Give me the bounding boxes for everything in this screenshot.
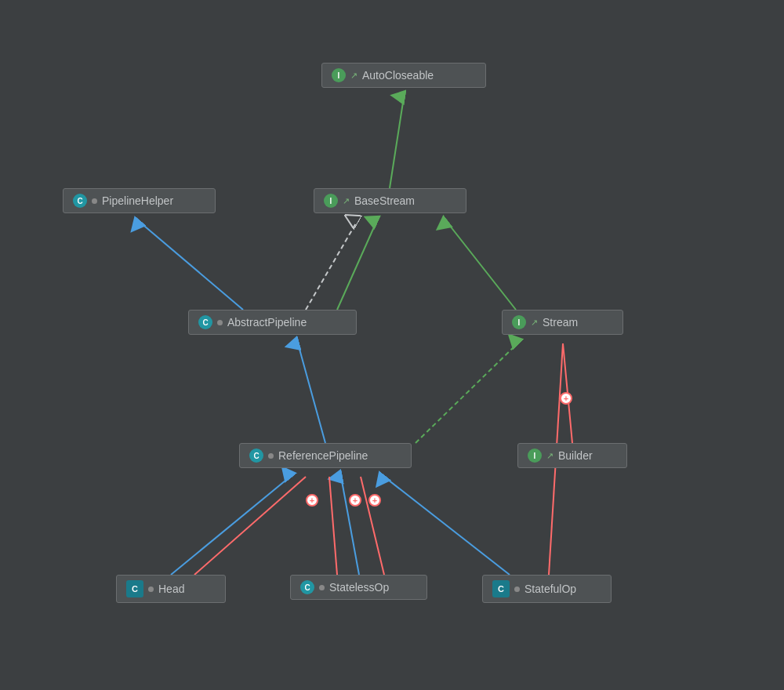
label-statefulop: StatefulOp xyxy=(524,583,576,595)
label-builder: Builder xyxy=(558,449,593,462)
svg-line-11 xyxy=(171,477,290,575)
badge-basestream: I xyxy=(324,194,338,208)
label-abstractpipeline: AbstractPipeline xyxy=(227,316,307,329)
dot-statefulop xyxy=(514,586,520,592)
node-stream[interactable]: I ↗ Stream xyxy=(502,310,623,335)
dot-referencepipeline xyxy=(268,453,274,459)
svg-line-6 xyxy=(337,222,376,310)
label-basestream: BaseStream xyxy=(354,194,415,207)
badge-statefulop: C xyxy=(492,580,510,597)
node-builder[interactable]: I ↗ Builder xyxy=(517,443,627,468)
node-referencepipeline[interactable]: C ReferencePipeline xyxy=(239,443,412,468)
node-autocloseable[interactable]: I ↗ AutoCloseable xyxy=(321,63,486,88)
icon-link-builder: ↗ xyxy=(546,451,554,461)
svg-line-13 xyxy=(341,477,359,575)
plus-badge-3: + xyxy=(368,494,381,507)
dot-statelessop xyxy=(319,585,325,590)
dot-head xyxy=(148,586,154,592)
dot-pipelinehelper xyxy=(92,198,97,204)
svg-line-9 xyxy=(416,343,517,443)
badge-pipelinehelper: C xyxy=(73,194,87,208)
label-stream: Stream xyxy=(543,316,578,329)
label-head: Head xyxy=(158,583,184,595)
svg-line-5 xyxy=(306,222,357,310)
plus-badge-1: + xyxy=(306,494,318,507)
icon-link-stream: ↗ xyxy=(531,318,538,328)
badge-stream: I xyxy=(512,315,526,329)
plus-badge-stream: + xyxy=(560,392,572,405)
label-pipelinehelper: PipelineHelper xyxy=(102,194,173,207)
node-head[interactable]: C Head xyxy=(116,575,226,603)
svg-line-4 xyxy=(447,222,516,310)
node-statefulop[interactable]: C StatefulOp xyxy=(482,575,612,603)
svg-line-3 xyxy=(390,97,404,188)
badge-head: C xyxy=(126,580,143,597)
label-autocloseable: AutoCloseable xyxy=(362,69,434,82)
svg-line-8 xyxy=(298,343,325,443)
badge-autocloseable: I xyxy=(332,68,346,82)
node-statelessop[interactable]: C StatelessOp xyxy=(290,575,427,600)
icon-link-autocloseable: ↗ xyxy=(350,71,358,81)
node-abstractpipeline[interactable]: C AbstractPipeline xyxy=(188,310,357,335)
node-pipelinehelper[interactable]: C PipelineHelper xyxy=(63,188,216,213)
diagram-container: I ↗ AutoCloseable I ↗ BaseStream C Pipel… xyxy=(0,0,784,690)
svg-line-7 xyxy=(140,222,243,310)
dot-abstractpipeline xyxy=(217,320,223,325)
badge-statelessop: C xyxy=(300,580,314,594)
svg-line-12 xyxy=(194,477,306,575)
svg-line-15 xyxy=(361,477,384,575)
label-statelessop: StatelessOp xyxy=(329,581,389,594)
svg-line-16 xyxy=(384,477,510,575)
badge-abstractpipeline: C xyxy=(198,315,212,329)
badge-builder: I xyxy=(528,448,542,463)
svg-line-14 xyxy=(329,477,337,575)
label-referencepipeline: ReferencePipeline xyxy=(278,449,368,462)
badge-referencepipeline: C xyxy=(249,448,263,463)
node-basestream[interactable]: I ↗ BaseStream xyxy=(314,188,466,213)
icon-link-basestream: ↗ xyxy=(343,196,350,206)
plus-badge-2: + xyxy=(349,494,361,507)
